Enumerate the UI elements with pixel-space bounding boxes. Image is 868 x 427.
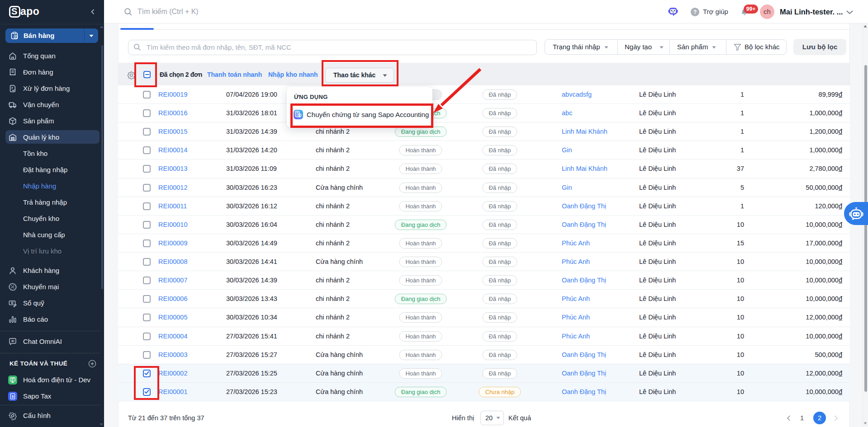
svg-text:AI: AI [11,339,14,343]
svg-text:$: $ [12,394,14,399]
